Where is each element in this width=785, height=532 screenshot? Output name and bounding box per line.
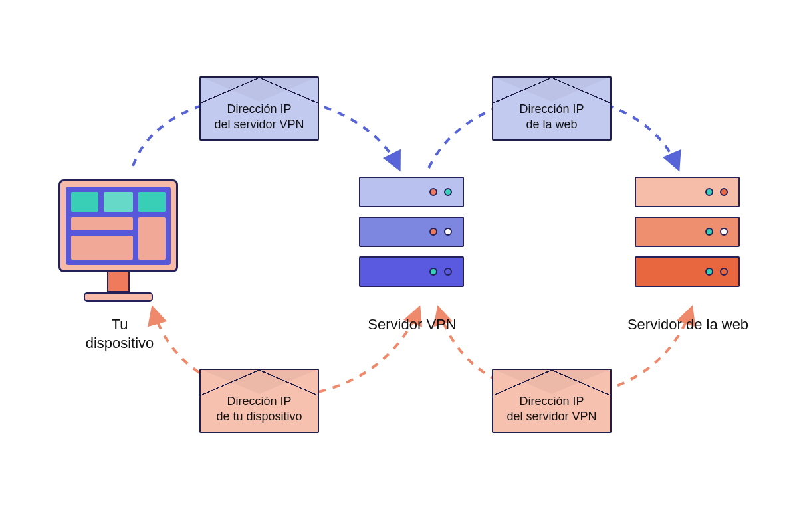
screen-tile	[104, 192, 134, 212]
monitor-bezel	[58, 179, 178, 272]
screen-tile	[71, 192, 98, 212]
server-unit	[359, 256, 464, 287]
envelope-top-right: Dirección IP de la web	[492, 76, 612, 141]
envelope-label: Dirección IP de tu dispositivo	[216, 395, 302, 423]
monitor-base	[84, 292, 153, 302]
status-light-icon	[429, 268, 437, 276]
vpn-server-icon	[359, 177, 464, 287]
screen-tile	[138, 192, 166, 212]
envelope-label: Dirección IP del servidor VPN	[214, 102, 304, 131]
status-light-icon	[720, 188, 728, 196]
envelope-label: Dirección IP del servidor VPN	[506, 395, 596, 423]
screen-tile	[71, 236, 133, 260]
server-unit	[635, 217, 740, 247]
screen-tile	[138, 217, 166, 260]
status-light-icon	[444, 228, 452, 236]
device-label: Tu dispositivo	[73, 315, 166, 352]
status-light-icon	[705, 188, 713, 196]
status-light-icon	[444, 188, 452, 196]
status-light-icon	[720, 268, 728, 276]
status-light-icon	[429, 228, 437, 236]
server-unit	[359, 177, 464, 207]
status-light-icon	[444, 268, 452, 276]
server-unit	[635, 177, 740, 207]
monitor-screen	[66, 187, 171, 265]
monitor-neck	[107, 272, 130, 292]
envelope-bottom-right: Dirección IP del servidor VPN	[492, 369, 612, 433]
web-server-label: Servidor de la web	[618, 315, 758, 334]
server-unit	[635, 256, 740, 287]
vpn-server-label: Servidor VPN	[356, 315, 469, 334]
envelope-label: Dirección IP de la web	[519, 102, 584, 131]
status-light-icon	[705, 228, 713, 236]
envelope-bottom-left: Dirección IP de tu dispositivo	[199, 369, 319, 433]
device-icon	[58, 179, 178, 302]
server-unit	[359, 217, 464, 247]
vpn-diagram: Tu dispositivo Servidor VPN Servidor de …	[0, 0, 785, 532]
screen-tile	[71, 217, 133, 231]
web-server-icon	[635, 177, 740, 287]
envelope-top-left: Dirección IP del servidor VPN	[199, 76, 319, 141]
status-light-icon	[705, 268, 713, 276]
status-light-icon	[720, 228, 728, 236]
status-light-icon	[429, 188, 437, 196]
